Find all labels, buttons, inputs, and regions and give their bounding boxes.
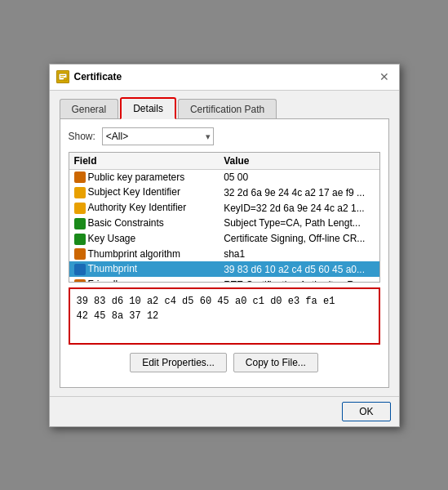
svg-rect-2 (60, 77, 64, 78)
tab-details[interactable]: Details (120, 97, 176, 119)
cert-table: Field Value Public key parameters05 00Su… (69, 153, 379, 283)
table-cell-field: Basic Constraints (69, 216, 220, 231)
copy-to-file-button[interactable]: Copy to File... (233, 353, 318, 372)
cert-table-container[interactable]: Field Value Public key parameters05 00Su… (69, 152, 380, 283)
table-row[interactable]: Thumbprint39 83 d6 10 a2 c4 d5 60 45 a0.… (69, 261, 379, 277)
table-cell-value: sha1 (219, 247, 379, 262)
edit-properties-button[interactable]: Edit Properties... (130, 353, 227, 372)
table-row[interactable]: Subject Key Identifier32 2d 6a 9e 24 4c … (69, 185, 379, 200)
table-row[interactable]: Basic ConstraintsSubject Type=CA, Path L… (69, 216, 379, 231)
show-select[interactable]: <All>Version 1 Fields OnlyExtensions Onl… (102, 127, 214, 145)
table-row[interactable]: Key UsageCertificate Signing, Off-line C… (69, 231, 379, 247)
table-header-row: Field Value (69, 153, 379, 170)
table-cell-value: KeyID=32 2d 6a 9e 24 4c a2 1... (219, 200, 379, 216)
title-bar-left: Certificate (56, 70, 122, 83)
col-value: Value (219, 153, 379, 170)
table-cell-field: Thumbprint (69, 261, 220, 277)
button-row: Edit Properties... Copy to File... (69, 353, 380, 372)
table-cell-value: Subject Type=CA, Path Lengt... (219, 216, 379, 231)
table-row[interactable]: Thumbprint algorithmsha1 (69, 247, 379, 262)
col-field: Field (69, 153, 220, 170)
table-row[interactable]: Friendly nameRTE Certification Authority… (69, 277, 379, 282)
table-row[interactable]: Authority Key IdentifierKeyID=32 2d 6a 9… (69, 200, 379, 216)
tab-general[interactable]: General (60, 99, 119, 119)
tab-strip: General Details Certification Path (60, 97, 389, 119)
table-cell-field: Authority Key Identifier (69, 200, 220, 216)
certificate-dialog: Certificate ✕ General Details Certificat… (49, 64, 400, 427)
detail-box: 39 83 d6 10 a2 c4 d5 60 45 a0 c1 d0 e3 f… (69, 287, 380, 345)
cert-table-body: Public key parameters05 00Subject Key Id… (69, 169, 379, 283)
dialog-body: General Details Certification Path Show:… (50, 91, 399, 396)
table-cell-value: 39 83 d6 10 a2 c4 d5 60 45 a0... (219, 261, 379, 277)
certificate-icon (56, 70, 69, 83)
svg-rect-1 (60, 75, 65, 76)
show-select-wrapper[interactable]: <All>Version 1 Fields OnlyExtensions Onl… (102, 127, 214, 145)
tab-content: Show: <All>Version 1 Fields OnlyExtensio… (60, 118, 389, 388)
show-label: Show: (69, 131, 95, 142)
table-row[interactable]: Public key parameters05 00 (69, 169, 379, 185)
title-bar: Certificate ✕ (50, 65, 399, 91)
table-cell-value: Certificate Signing, Off-line CR... (219, 231, 379, 247)
table-cell-field: Subject Key Identifier (69, 185, 220, 200)
table-cell-value: 05 00 (219, 169, 379, 185)
table-cell-field: Friendly name (69, 277, 220, 282)
svg-point-3 (64, 78, 67, 81)
ok-button[interactable]: OK (342, 402, 390, 421)
dialog-title: Certificate (74, 71, 122, 82)
table-cell-field: Public key parameters (69, 169, 220, 185)
tab-certification-path[interactable]: Certification Path (178, 99, 277, 119)
table-cell-field: Thumbprint algorithm (69, 247, 220, 262)
table-cell-value: RTE Certification Authority - R (219, 277, 379, 282)
close-button[interactable]: ✕ (376, 69, 393, 85)
footer: OK (50, 396, 399, 426)
show-row: Show: <All>Version 1 Fields OnlyExtensio… (69, 127, 380, 145)
table-cell-field: Key Usage (69, 231, 220, 247)
table-cell-value: 32 2d 6a 9e 24 4c a2 17 ae f9 ... (219, 185, 379, 200)
